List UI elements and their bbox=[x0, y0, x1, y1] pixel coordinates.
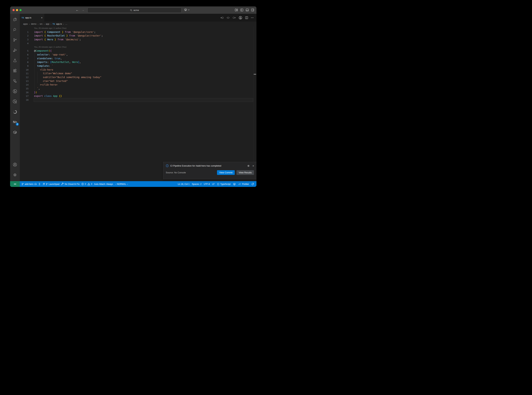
copilot-icon bbox=[184, 8, 187, 11]
vim-mode-status[interactable]: -- NORMAL -- bbox=[115, 183, 128, 185]
toggle-primary-sidebar-button[interactable] bbox=[241, 9, 243, 11]
close-window-button[interactable] bbox=[12, 9, 15, 11]
copilot-status[interactable] bbox=[233, 182, 236, 186]
notifications-bell[interactable] bbox=[251, 183, 254, 186]
copilot-menu-button[interactable] bbox=[184, 8, 189, 11]
code-line[interactable]: 10 <lib-hero bbox=[20, 68, 256, 72]
problems-status[interactable]: 0 0 bbox=[81, 183, 92, 185]
code-line[interactable]: 5@Component({ bbox=[20, 49, 256, 53]
code-line[interactable]: 12 subtitle="Build something amazing tod… bbox=[20, 76, 256, 79]
blame-line[interactable]: You, 26 minutes ago | 1 author (You) bbox=[20, 45, 256, 49]
code-editor[interactable]: You, 26 minutes ago | 1 author (You)1imp… bbox=[20, 27, 256, 181]
copilot-icon bbox=[233, 182, 236, 186]
code-line[interactable]: 11 title="Welcmoe demo" bbox=[20, 72, 256, 76]
code-line[interactable]: 6 selector: 'app-root', bbox=[20, 53, 256, 57]
breadcrumb-item-symbol[interactable]: … bbox=[65, 23, 67, 25]
rocket-icon bbox=[42, 183, 45, 185]
git-branch-status[interactable]: add-hero bbox=[21, 183, 37, 185]
edge-swirl-icon bbox=[13, 110, 17, 114]
gitlens-inspect-tab[interactable] bbox=[11, 98, 19, 105]
minimize-window-button[interactable] bbox=[16, 9, 18, 11]
error-icon bbox=[81, 183, 84, 185]
code-lines: You, 26 minutes ago | 1 author (You)1imp… bbox=[20, 27, 256, 102]
edge-tools-tab[interactable] bbox=[11, 108, 19, 116]
code-line[interactable]: 1import { Component } from '@angular/cor… bbox=[20, 30, 256, 34]
code-line[interactable]: 8 imports: [RouterOutlet, Hero], bbox=[20, 60, 256, 64]
chevron-right-icon: › bbox=[44, 23, 44, 25]
commit-graph-button[interactable] bbox=[239, 16, 242, 20]
gitlens-graph-icon bbox=[12, 89, 17, 94]
tab-close-button[interactable]: × bbox=[41, 16, 43, 19]
files-icon bbox=[13, 17, 17, 22]
toggle-panel-button[interactable] bbox=[246, 9, 249, 11]
run-debug-tab[interactable] bbox=[11, 46, 19, 54]
code-line[interactable]: 16}) bbox=[20, 91, 256, 94]
remote-indicator[interactable]: >< bbox=[10, 181, 20, 187]
breadcrumb-item-demo[interactable]: demo bbox=[31, 23, 36, 25]
split-editor-button[interactable] bbox=[245, 16, 248, 19]
git-branch-icon bbox=[21, 183, 24, 185]
explorer-tab[interactable] bbox=[11, 16, 19, 23]
more-actions-button[interactable] bbox=[251, 16, 254, 19]
extensions-icon bbox=[13, 69, 17, 73]
breadcrumb-item-file[interactable]: app.ts bbox=[56, 23, 62, 25]
formatter-status[interactable]: ✓✓ Prettier bbox=[238, 183, 249, 185]
breadcrumb-item-src[interactable]: src bbox=[40, 23, 43, 25]
gitlens-inspect-icon bbox=[12, 99, 17, 104]
code-line[interactable]: 9 template: ` bbox=[20, 64, 256, 68]
code-line[interactable]: 15 `, bbox=[20, 87, 256, 91]
tab-app-ts[interactable]: TS app.ts × bbox=[20, 14, 44, 22]
gitlens-tab[interactable] bbox=[11, 87, 19, 95]
navigate-forward-button[interactable]: → bbox=[82, 6, 85, 14]
status-bar: >< add-hero Launchpad Nx Cloud AI Fix bbox=[10, 181, 256, 187]
testing-tab[interactable] bbox=[11, 56, 19, 65]
source-control-tab[interactable] bbox=[11, 36, 19, 44]
linked-views-tab[interactable] bbox=[11, 77, 19, 85]
code-line[interactable]: 14 ></lib-hero> bbox=[20, 83, 256, 87]
indentation-status[interactable]: Spaces: 2 bbox=[192, 183, 202, 185]
view-commit-button[interactable]: View Commit bbox=[217, 170, 235, 175]
auto-attach-status[interactable]: Auto Attach: Always bbox=[94, 183, 113, 185]
commit-graph-status-button[interactable] bbox=[38, 183, 41, 185]
notification-title: CI Pipeline Execution for #add-hero has … bbox=[170, 165, 246, 167]
launchpad-button[interactable]: Launchpad bbox=[42, 183, 59, 185]
account-icon bbox=[13, 162, 17, 167]
breadcrumb-item-apps[interactable]: apps bbox=[23, 23, 28, 25]
nx-cloud-fix-button[interactable]: Nx Cloud AI Fix bbox=[61, 183, 80, 185]
open-change-button[interactable] bbox=[226, 16, 230, 19]
nx-badge: 2 bbox=[16, 123, 19, 126]
nx-console-tab[interactable]: N> 2 bbox=[11, 118, 19, 126]
code-line[interactable]: 2import { RouterOutlet } from '@angular/… bbox=[20, 34, 256, 38]
chevron-right-icon: › bbox=[63, 23, 64, 25]
code-line[interactable]: 3import { Hero } from '@acme/ui'; bbox=[20, 38, 256, 42]
notification-settings-gear-icon[interactable] bbox=[247, 165, 250, 167]
eol-status[interactable]: LF bbox=[212, 183, 215, 185]
search-tab[interactable] bbox=[11, 26, 19, 34]
cursor-position-status[interactable]: Ln 18, Col 1 bbox=[178, 183, 189, 185]
toggle-secondary-sidebar-button[interactable] bbox=[251, 9, 254, 11]
blame-line[interactable]: You, 26 minutes ago | 1 author (You) bbox=[20, 27, 256, 30]
search-value: acme bbox=[134, 9, 139, 11]
previous-change-button[interactable] bbox=[220, 16, 224, 19]
code-line[interactable]: 18 bbox=[20, 98, 256, 102]
navigate-back-button[interactable]: ← bbox=[76, 6, 79, 14]
settings-button[interactable] bbox=[11, 171, 19, 179]
next-change-button[interactable] bbox=[232, 16, 236, 19]
notification-close-button[interactable]: × bbox=[253, 164, 254, 167]
code-line[interactable]: 7 standalone: true, bbox=[20, 57, 256, 60]
customize-layout-button[interactable] bbox=[235, 9, 238, 11]
overview-ruler[interactable] bbox=[253, 27, 256, 181]
extensions-tab[interactable] bbox=[11, 67, 19, 75]
encoding-status[interactable]: UTF-8 bbox=[204, 183, 210, 185]
language-mode-status[interactable]: {} TypeScript bbox=[217, 183, 231, 185]
zoom-window-button[interactable] bbox=[19, 9, 21, 11]
accounts-button[interactable] bbox=[11, 161, 19, 169]
breadcrumb-item-app[interactable]: app bbox=[46, 23, 49, 25]
code-line[interactable]: 17export class App {} bbox=[20, 94, 256, 98]
command-center-search[interactable]: acme bbox=[87, 7, 182, 13]
view-results-button[interactable]: View Results bbox=[236, 170, 254, 175]
code-line[interactable]: 13 cta="Get Started" bbox=[20, 79, 256, 83]
notification-toast: CI Pipeline Execution for #add-hero has … bbox=[163, 162, 256, 179]
code-line[interactable]: 4 bbox=[20, 42, 256, 45]
containers-tab[interactable] bbox=[11, 128, 19, 136]
